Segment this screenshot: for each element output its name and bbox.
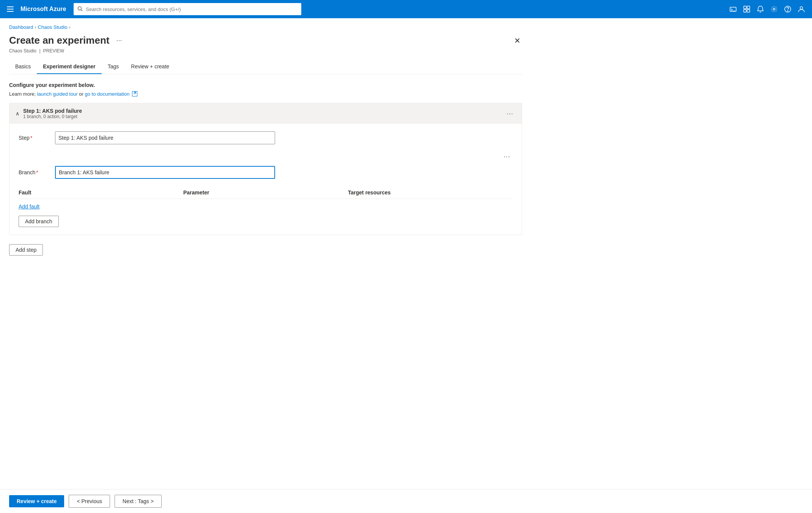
add-step-button[interactable]: Add step — [9, 244, 43, 256]
fault-table-header: Fault Parameter Target resources — [19, 186, 513, 199]
page-more-button[interactable]: ··· — [114, 36, 124, 45]
page-title-section: Create an experiment ··· — [9, 35, 124, 46]
step-title: Step 1: AKS pod failure — [23, 108, 82, 114]
step-card-header: Step 1: AKS pod failure 1 branch, 0 acti… — [9, 103, 522, 124]
subtitle-pipe: | — [39, 48, 41, 54]
subtitle-tag: PREVIEW — [43, 48, 64, 54]
main-content: Dashboard › Chaos Studio › Create an exp… — [0, 18, 531, 292]
breadcrumb-dashboard[interactable]: Dashboard — [9, 24, 33, 30]
settings-button[interactable] — [768, 3, 780, 15]
branch-three-dots-icon — [504, 153, 510, 160]
svg-point-13 — [787, 11, 788, 11]
svg-point-3 — [78, 6, 82, 10]
page-subtitle: Chaos Studio | PREVIEW — [9, 48, 522, 54]
tab-tags[interactable]: Tags — [102, 60, 125, 74]
configure-title: Configure your experiment below. — [9, 82, 522, 88]
notifications-button[interactable] — [754, 3, 766, 15]
branch-form-row: Branch* — [19, 166, 513, 179]
step-subtitle: 1 branch, 0 action, 0 target — [23, 114, 82, 119]
fault-col-header: Fault — [19, 189, 183, 196]
configure-desc-prefix: Learn more; — [9, 91, 37, 97]
app-logo: Microsoft Azure — [20, 6, 66, 13]
subtitle-service: Chaos Studio — [9, 48, 36, 54]
step-field-label: Step* — [19, 135, 49, 141]
external-link-icon — [132, 91, 137, 96]
configure-desc: Learn more; launch guided tour or go to … — [9, 90, 522, 97]
tab-review-create[interactable]: Review + create — [125, 60, 175, 74]
tab-experiment-designer[interactable]: Experiment designer — [37, 60, 102, 74]
step-card: Step 1: AKS pod failure 1 branch, 0 acti… — [9, 103, 522, 235]
branch-more-row — [19, 152, 513, 161]
parameter-col-header: Parameter — [183, 189, 348, 196]
breadcrumb-chaos-studio[interactable]: Chaos Studio — [38, 24, 68, 30]
svg-rect-7 — [744, 6, 746, 9]
help-button[interactable] — [782, 3, 794, 15]
branch-field-label: Branch* — [19, 169, 49, 175]
step-card-header-left: Step 1: AKS pod failure 1 branch, 0 acti… — [16, 108, 82, 119]
three-dots-icon — [507, 110, 513, 117]
account-button[interactable] — [795, 3, 807, 15]
close-button[interactable]: ✕ — [513, 35, 522, 47]
target-resources-col-header: Target resources — [348, 189, 513, 196]
configure-desc-middle: or — [79, 91, 85, 97]
page-title: Create an experiment — [9, 35, 109, 46]
step-field-input[interactable] — [55, 131, 275, 144]
svg-rect-1 — [7, 9, 14, 9]
svg-rect-2 — [7, 11, 14, 12]
topbar: Microsoft Azure — [0, 0, 812, 18]
step-collapse-button[interactable] — [16, 110, 19, 117]
page-header: Create an experiment ··· ✕ — [9, 35, 522, 47]
svg-rect-10 — [747, 9, 750, 12]
svg-line-4 — [81, 9, 83, 11]
step-card-body: Step* Branch* Fault Parameter — [9, 124, 522, 235]
directory-button[interactable] — [741, 3, 753, 15]
branch-field-input[interactable] — [55, 166, 275, 179]
breadcrumb-sep-2: › — [69, 25, 71, 30]
search-bar — [74, 3, 301, 15]
step-more-button[interactable] — [504, 109, 516, 118]
launch-guided-tour-link[interactable]: launch guided tour — [37, 91, 78, 97]
add-fault-button[interactable]: Add fault — [19, 204, 39, 210]
step-form-row: Step* — [19, 131, 513, 144]
branch-more-button[interactable] — [501, 152, 513, 161]
svg-rect-8 — [747, 6, 750, 9]
chevron-up-icon — [16, 110, 19, 117]
step-title-block: Step 1: AKS pod failure 1 branch, 0 acti… — [23, 108, 82, 119]
hamburger-menu-button[interactable] — [5, 3, 16, 15]
search-icon — [77, 6, 83, 13]
search-input[interactable] — [86, 6, 297, 12]
svg-point-14 — [800, 7, 803, 9]
svg-rect-0 — [7, 6, 14, 7]
cloud-shell-button[interactable] — [727, 3, 739, 15]
svg-rect-9 — [744, 9, 746, 12]
tabs: Basics Experiment designer Tags Review +… — [9, 60, 522, 74]
breadcrumb: Dashboard › Chaos Studio › — [9, 24, 522, 30]
topbar-actions — [727, 3, 807, 15]
breadcrumb-sep-1: › — [35, 25, 36, 30]
configure-section: Configure your experiment below. Learn m… — [9, 82, 522, 97]
go-to-documentation-link[interactable]: go to documentation — [85, 91, 129, 97]
add-branch-button[interactable]: Add branch — [19, 216, 59, 227]
svg-line-15 — [134, 92, 135, 94]
tab-basics[interactable]: Basics — [9, 60, 37, 74]
svg-point-11 — [773, 8, 775, 10]
